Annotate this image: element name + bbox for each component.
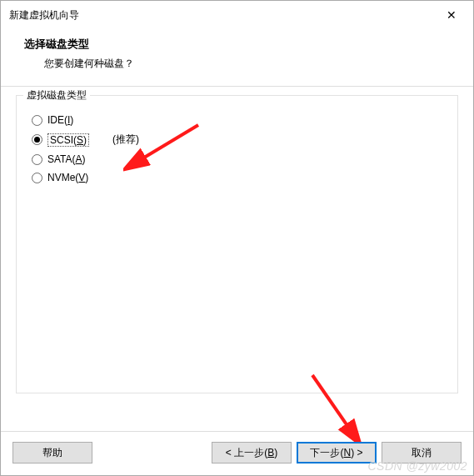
radio-icon xyxy=(32,154,42,165)
wizard-window: 新建虚拟机向导 ✕ 选择磁盘类型 您要创建何种磁盘？ 虚拟磁盘类型 IDE(I)… xyxy=(0,0,474,476)
group-title: 虚拟磁盘类型 xyxy=(23,88,90,103)
radio-icon xyxy=(32,115,42,126)
disk-type-group: 虚拟磁盘类型 IDE(I) SCSI(S) (推荐) SATA(A) NVMe(… xyxy=(16,95,458,393)
titlebar: 新建虚拟机向导 ✕ xyxy=(1,1,473,29)
back-button[interactable]: < 上一步(B) xyxy=(212,442,292,463)
header-title: 选择磁盘类型 xyxy=(24,38,450,52)
wizard-header: 选择磁盘类型 您要创建何种磁盘？ xyxy=(1,29,473,86)
radio-sata[interactable]: SATA(A) xyxy=(28,153,446,165)
radio-ide[interactable]: IDE(I) xyxy=(28,114,446,126)
radio-label: SATA(A) xyxy=(47,153,86,165)
radio-scsi[interactable]: SCSI(S) (推荐) xyxy=(28,133,446,147)
radio-label: IDE(I) xyxy=(47,114,73,126)
radio-icon xyxy=(32,173,42,183)
radio-icon xyxy=(32,134,42,145)
help-button[interactable]: 帮助 xyxy=(12,442,92,463)
content-area: 虚拟磁盘类型 IDE(I) SCSI(S) (推荐) SATA(A) NVMe(… xyxy=(1,87,473,431)
window-title: 新建虚拟机向导 xyxy=(9,8,79,23)
radio-nvme[interactable]: NVMe(V) xyxy=(28,172,446,183)
next-button[interactable]: 下一步(N) > xyxy=(297,442,377,463)
watermark: CSDN @zyw2002 xyxy=(367,459,467,473)
radio-label: SCSI(S) xyxy=(47,133,89,147)
close-icon[interactable]: ✕ xyxy=(440,5,463,25)
radio-hint: (推荐) xyxy=(112,133,139,147)
radio-label: NVMe(V) xyxy=(47,172,88,183)
header-subtitle: 您要创建何种磁盘？ xyxy=(24,57,450,71)
